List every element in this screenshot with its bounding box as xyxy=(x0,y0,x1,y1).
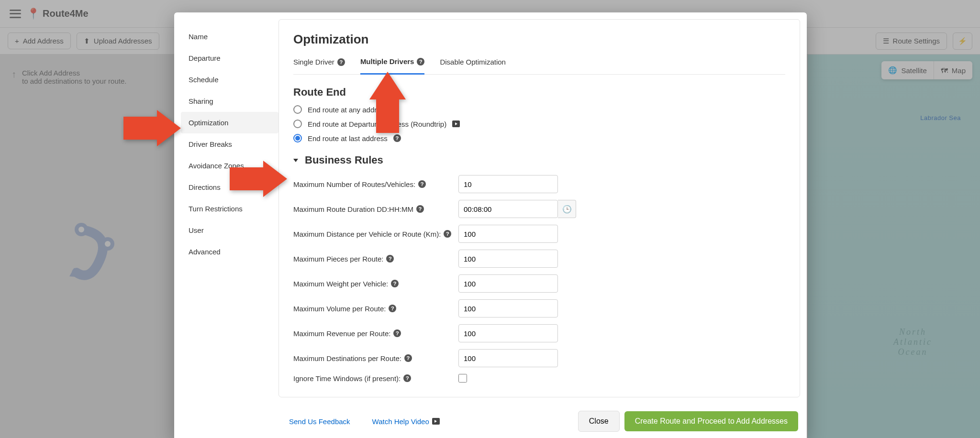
create-route-proceed-button[interactable]: Create Route and Proceed to Add Addresse… xyxy=(624,411,798,431)
help-icon[interactable]: ? xyxy=(417,58,424,66)
radio-icon xyxy=(293,105,302,114)
label-max-destinations: Maximum Destinations per Route: ? xyxy=(293,354,458,362)
input-max-revenue[interactable] xyxy=(458,324,558,342)
nav-item-optimization[interactable]: Optimization xyxy=(181,112,278,133)
tab-disable-optimization[interactable]: Disable Optimization xyxy=(440,57,506,74)
label-max-routes: Maximum Number of Routes/Vehicles: ? xyxy=(293,180,458,188)
route-end-title: Route End xyxy=(293,86,785,99)
send-feedback-link[interactable]: Send Us Feedback xyxy=(289,417,350,426)
route-end-radio-group: End route at any address End route at De… xyxy=(293,105,785,142)
panel-title: Optimization xyxy=(293,32,785,47)
tab-multiple-drivers[interactable]: Multiple Drivers ? xyxy=(360,57,425,75)
help-icon[interactable]: ? xyxy=(404,354,412,362)
settings-modal: Name Departure Schedule Sharing Optimiza… xyxy=(174,12,807,438)
label-max-weight: Maximum Weight per Vehicle: ? xyxy=(293,280,458,288)
input-max-volume[interactable] xyxy=(458,299,558,318)
help-icon[interactable]: ? xyxy=(444,230,451,238)
help-icon[interactable]: ? xyxy=(393,329,401,337)
nav-item-avoidance-zones[interactable]: Avoidance Zones xyxy=(181,155,278,176)
help-icon[interactable]: ? xyxy=(418,180,426,188)
nav-item-advanced[interactable]: Advanced xyxy=(181,241,278,263)
label-max-pieces: Maximum Pieces per Route: ? xyxy=(293,255,458,263)
label-max-duration: Maximum Route Duration DD:HH:MM ? xyxy=(293,205,458,213)
watch-help-video-link[interactable]: Watch Help Video xyxy=(372,417,440,426)
duration-picker-button[interactable]: 🕒 xyxy=(558,200,576,218)
help-icon[interactable]: ? xyxy=(393,134,401,142)
input-max-pieces[interactable] xyxy=(458,250,558,268)
nav-item-turn-restrictions[interactable]: Turn Restrictions xyxy=(181,198,278,219)
help-icon[interactable]: ? xyxy=(337,58,345,66)
label-max-revenue: Maximum Revenue per Route: ? xyxy=(293,329,458,338)
label-max-volume: Maximum Volume per Route: ? xyxy=(293,305,458,313)
radio-icon xyxy=(293,120,302,128)
optimization-panel: Optimization Single Driver ? Multiple Dr… xyxy=(278,19,800,397)
business-rules-form: Maximum Number of Routes/Vehicles: ? Max… xyxy=(293,175,785,383)
help-icon[interactable]: ? xyxy=(403,374,411,382)
input-max-distance[interactable] xyxy=(458,225,558,243)
clock-icon: 🕒 xyxy=(562,205,572,213)
radio-end-departure-address[interactable]: End route at Departure Address (Roundtri… xyxy=(293,120,785,128)
video-icon xyxy=(432,418,440,425)
radio-icon xyxy=(293,134,302,142)
business-rules-toggle[interactable]: Business Rules xyxy=(293,154,785,166)
nav-item-user[interactable]: User xyxy=(181,219,278,241)
label-ignore-time-windows: Ignore Time Windows (if present): ? xyxy=(293,374,458,383)
video-icon[interactable] xyxy=(452,120,460,127)
nav-item-directions[interactable]: Directions xyxy=(181,176,278,198)
caret-down-icon xyxy=(293,159,298,162)
tab-single-driver[interactable]: Single Driver ? xyxy=(293,57,345,74)
input-max-destinations[interactable] xyxy=(458,349,558,367)
help-icon[interactable]: ? xyxy=(391,280,399,287)
nav-item-departure[interactable]: Departure xyxy=(181,47,278,69)
driver-tabs: Single Driver ? Multiple Drivers ? Disab… xyxy=(293,57,785,75)
help-icon[interactable]: ? xyxy=(389,305,396,312)
radio-end-last-address[interactable]: End route at last address ? xyxy=(293,134,785,142)
label-max-distance: Maximum Distance per Vehicle or Route (K… xyxy=(293,230,458,238)
help-icon[interactable]: ? xyxy=(416,205,424,213)
help-icon[interactable]: ? xyxy=(386,255,394,263)
nav-item-name[interactable]: Name xyxy=(181,26,278,47)
nav-item-schedule[interactable]: Schedule xyxy=(181,69,278,90)
settings-side-nav: Name Departure Schedule Sharing Optimiza… xyxy=(181,19,278,397)
radio-end-any-address[interactable]: End route at any address xyxy=(293,105,785,114)
input-max-routes[interactable] xyxy=(458,175,558,193)
nav-item-sharing[interactable]: Sharing xyxy=(181,90,278,112)
input-max-weight[interactable] xyxy=(458,274,558,293)
modal-footer: Send Us Feedback Watch Help Video Close … xyxy=(174,404,807,438)
checkbox-ignore-time-windows[interactable] xyxy=(458,374,467,383)
nav-item-driver-breaks[interactable]: Driver Breaks xyxy=(181,133,278,155)
input-max-duration[interactable] xyxy=(458,200,558,218)
business-rules-title: Business Rules xyxy=(305,154,383,166)
close-button[interactable]: Close xyxy=(578,411,620,432)
